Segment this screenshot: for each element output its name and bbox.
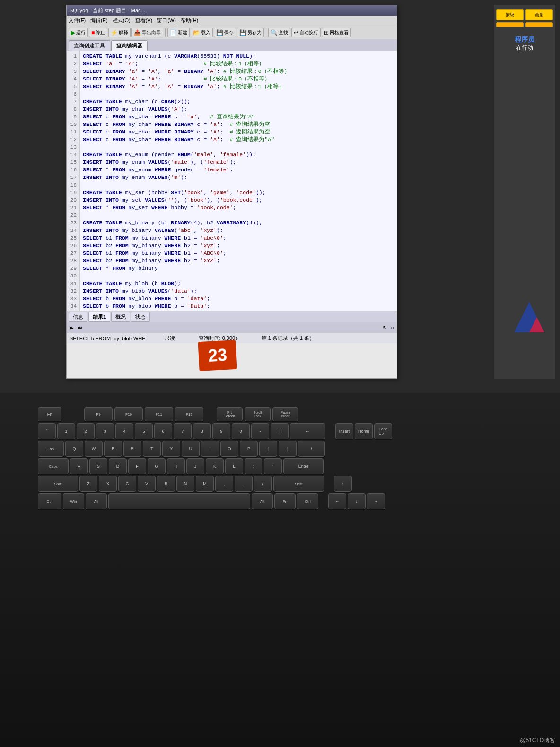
key-rshift[interactable]: Shift (273, 476, 324, 492)
skip-btn[interactable]: ⏭ (77, 325, 82, 330)
menu-format[interactable]: 栏式(O) (113, 17, 131, 24)
key-enter[interactable]: Enter (283, 458, 324, 474)
key-u[interactable]: U (182, 441, 200, 457)
autowrap-button[interactable]: ↩ 自动换行 (291, 28, 321, 37)
key-up[interactable]: ↑ (334, 476, 352, 492)
save-as-button[interactable]: 💾 另存为 (237, 28, 264, 37)
key-period[interactable]: . (235, 476, 253, 492)
key-4[interactable]: 4 (115, 423, 133, 439)
key-lbracket[interactable]: [ (259, 441, 277, 457)
key-left[interactable]: ← (328, 493, 346, 509)
key-equals[interactable]: = (271, 423, 289, 439)
key-space[interactable] (108, 493, 250, 509)
key-right[interactable]: → (367, 493, 385, 509)
key-s[interactable]: S (89, 458, 107, 474)
key-3[interactable]: 3 (96, 423, 114, 439)
key-lshift[interactable]: Shift (38, 476, 78, 492)
key-semicolon[interactable]: ; (245, 458, 262, 474)
key-f12[interactable]: F12 (175, 407, 203, 421)
play-btn[interactable]: ▶ (70, 325, 73, 331)
key-6[interactable]: 6 (154, 423, 172, 439)
save-button[interactable]: 💾 保存 (214, 28, 236, 37)
key-5[interactable]: 5 (135, 423, 153, 439)
key-fn[interactable]: Fn (38, 407, 61, 421)
key-7[interactable]: 7 (174, 423, 192, 439)
key-y[interactable]: Y (162, 441, 180, 457)
yellow-btn-1[interactable]: 按级 (496, 9, 524, 20)
tab-query-builder[interactable]: 查询创建工具 (69, 40, 110, 51)
key-v[interactable]: V (138, 476, 156, 492)
key-0[interactable]: 0 (232, 423, 250, 439)
tab-query-editor[interactable]: 查询编辑器 (111, 40, 148, 51)
key-win[interactable]: Win (63, 493, 84, 509)
key-backtick[interactable]: ` (38, 423, 56, 439)
key-m[interactable]: M (196, 476, 214, 492)
key-home[interactable]: Home (355, 423, 373, 439)
key-fn-r[interactable]: Fn (274, 493, 296, 509)
key-slash[interactable]: / (254, 476, 272, 492)
yellow-btn-2[interactable]: 画量 (525, 9, 553, 20)
yellow-btn-4[interactable] (525, 22, 553, 27)
key-w[interactable]: W (85, 441, 103, 457)
key-backspace[interactable]: ← (290, 423, 325, 439)
key-scroll[interactable]: ScrollLock (245, 407, 271, 421)
key-9[interactable]: 9 (212, 423, 230, 439)
key-alt-l[interactable]: Alt (86, 493, 107, 509)
key-c[interactable]: C (118, 476, 136, 492)
key-x[interactable]: X (99, 476, 117, 492)
key-j[interactable]: J (186, 458, 204, 474)
stop-button[interactable]: ■ 停止 (89, 28, 107, 37)
key-ctrl-l[interactable]: Ctrl (38, 493, 61, 509)
key-rbracket[interactable]: ] (279, 441, 297, 457)
code-content[interactable]: CREATE TABLE my_varchar1 (c VARCHAR(6553… (80, 51, 397, 311)
tab-result1[interactable]: 结果1 (88, 312, 110, 322)
menu-help[interactable]: 帮助(H) (181, 17, 198, 24)
find-button[interactable]: 🔍 查找 (268, 28, 290, 37)
key-prtsc[interactable]: PrtScreen (217, 407, 243, 421)
new-button[interactable]: 📄 新建 (167, 28, 190, 37)
key-e[interactable]: E (104, 441, 122, 457)
key-caps[interactable]: Caps (38, 458, 69, 474)
key-d[interactable]: D (109, 458, 127, 474)
key-f10[interactable]: F10 (114, 407, 143, 421)
tab-overview[interactable]: 概况 (111, 312, 130, 322)
key-k[interactable]: K (206, 458, 224, 474)
key-a[interactable]: A (70, 458, 88, 474)
key-f[interactable]: F (128, 458, 146, 474)
key-o[interactable]: O (220, 441, 238, 457)
key-t[interactable]: T (143, 441, 161, 457)
key-q[interactable]: Q (65, 441, 83, 457)
key-1[interactable]: 1 (57, 423, 75, 439)
key-l[interactable]: L (225, 458, 243, 474)
tab-status[interactable]: 状态 (131, 312, 150, 322)
key-quote[interactable]: ' (264, 458, 282, 474)
refresh-icon[interactable]: ↻ (383, 325, 387, 331)
key-z[interactable]: Z (79, 476, 97, 492)
key-backslash[interactable]: \ (298, 441, 325, 457)
key-f9[interactable]: F9 (84, 407, 113, 421)
key-pause[interactable]: PauseBreak (272, 407, 298, 421)
key-r[interactable]: R (123, 441, 141, 457)
stop-spin-icon[interactable]: ○ (391, 325, 394, 330)
key-p[interactable]: P (240, 441, 258, 457)
key-n[interactable]: N (176, 476, 194, 492)
key-comma[interactable]: , (215, 476, 233, 492)
key-pgup[interactable]: PageUp (374, 423, 392, 439)
menu-file[interactable]: 文件(F) (69, 17, 86, 24)
menu-window[interactable]: 窗口(W) (157, 17, 176, 24)
menu-view[interactable]: 查看(V) (135, 17, 153, 24)
code-editor[interactable]: 12345 678910 1112131415 1617181920 21222… (67, 51, 397, 311)
explain-button[interactable]: ⚡ 解释 (108, 28, 131, 37)
key-b[interactable]: B (157, 476, 175, 492)
key-f11[interactable]: F11 (145, 407, 173, 421)
key-insert[interactable]: Insert (335, 423, 353, 439)
key-down[interactable]: ↓ (348, 493, 366, 509)
yellow-btn-3[interactable] (496, 22, 524, 27)
grid-button[interactable]: ⊞ 网格查看 (322, 28, 351, 37)
load-button[interactable]: 📂 载入 (191, 28, 213, 37)
key-minus[interactable]: - (251, 423, 269, 439)
menu-edit[interactable]: 编辑(E) (90, 17, 108, 24)
key-tab[interactable]: Tab (38, 441, 64, 457)
key-i[interactable]: I (201, 441, 219, 457)
key-alt-r[interactable]: Alt (252, 493, 273, 509)
